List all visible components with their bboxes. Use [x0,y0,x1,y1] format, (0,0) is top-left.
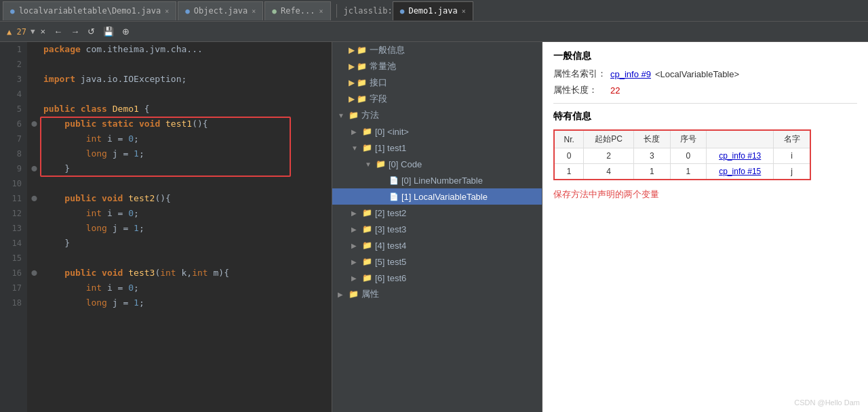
lv-table: Nr. 起始PC 长度 序号 名字 0 2 3 0 cp_info #13 i [553,129,811,180]
arrow-code: ▼ [365,161,373,168]
tree-label-localvariable: [1] LocalVariableTable [401,192,488,202]
tree-label-iface: 接口 [370,77,387,89]
info-panel: 一般信息 属性名索引： cp_info #9 <LocalVariableTab… [542,42,868,412]
folder-icon-general: ▶ 📁 [349,45,367,55]
folder-icon-test6: 📁 [362,273,372,283]
line-num-6: 6 [0,117,22,131]
tree-item-code[interactable]: ▼ 📁 [0] Code [332,156,542,172]
td-nr-0: 0 [554,148,584,164]
tree-label-linenumber: [0] LineNumberTable [401,176,483,186]
table-row-0: 0 2 3 0 cp_info #13 i [554,148,810,164]
tab-refe-close[interactable]: × [319,7,323,15]
tab-jclasslib-demo1[interactable]: ● Demo1.java × [393,1,473,20]
tab-object-java[interactable]: ● Object.java × [178,1,263,20]
toolbar-refresh-btn[interactable]: ↺ [85,25,98,38]
code-line-15 [43,251,332,266]
line-num-13: 13 [0,221,22,236]
arrow-methods: ▼ [338,112,346,119]
folder-icon-const: ▶ 📁 [349,62,367,71]
tree-item-attributes[interactable]: ▶ 📁 属性 [332,286,542,302]
tab-refe[interactable]: ● Refe... × [264,1,330,20]
code-line-14: } [43,236,332,251]
toolbar-zoom-btn[interactable]: ⊕ [119,25,132,38]
tree-item-constant-pool[interactable]: ▶ 📁 常量池 [332,58,542,75]
tree-item-methods[interactable]: ▼ 📁 方法 [332,107,542,123]
tree-item-test5[interactable]: ▶ 📁 [5] test5 [332,253,542,270]
code-line-1: package com.itheima.jvm.cha... [43,42,332,57]
tree-item-test3[interactable]: ▶ 📁 [3] test3 [332,221,542,237]
tree-label-test5: [5] test5 [375,257,406,267]
toolbar-close-btn[interactable]: × [38,25,49,38]
code-line-4 [43,87,332,102]
td-length-0: 3 [633,148,670,164]
tree-label-test1: [1] test1 [375,143,406,153]
attr-name-value[interactable]: cp_info #9 [610,69,651,79]
gutter-8 [27,146,41,161]
tree-item-interface[interactable]: ▶ 📁 接口 [332,75,542,91]
line-num-12: 12 [0,206,22,221]
line-num-9: 9 [0,161,22,176]
tree-item-test4[interactable]: ▶ 📁 [4] test4 [332,237,542,253]
gutter-3 [27,72,41,87]
warning-count: ▲ 27 [7,27,26,37]
line-num-11: 11 [0,191,22,206]
td-link-0[interactable]: cp_info #13 [707,148,774,164]
tree-item-field[interactable]: ▶ 📁 字段 [332,91,542,107]
line-num-18: 18 [0,295,22,310]
tab-bar: ● localvariabletable\Demo1.java × ● Obje… [0,0,868,22]
gutter-11: ⬤ [27,191,41,206]
attr-name-label: 属性名索引： [553,68,608,80]
th-length: 长度 [633,130,670,148]
annotation-text: 保存方法中声明的两个变量 [553,188,857,201]
toolbar-save-btn[interactable]: 💾 [100,25,117,38]
ref-icon: ● [272,7,277,16]
info-divider [553,103,857,104]
tree-item-general-info[interactable]: ▶ 📁 一般信息 [332,42,542,58]
toolbar-back-btn[interactable]: ← [51,25,65,38]
gutter-4 [27,87,41,102]
code-line-18: long j = 1; [43,295,332,310]
gutter-13 [27,221,41,236]
tab-demo1-java[interactable]: ● localvariabletable\Demo1.java × [3,1,176,20]
jclasslib-label: jclasslib: [344,6,393,16]
arrow-const [338,63,346,70]
tree-item-test6[interactable]: ▶ 📁 [6] test6 [332,270,542,286]
tab-demo1-close[interactable]: × [165,7,169,15]
tree-item-test2[interactable]: ▶ 📁 [2] test2 [332,205,542,221]
arrow-general [338,47,346,54]
arrow-test3: ▶ [351,226,359,233]
folder-icon-test4: 📁 [362,241,372,250]
gutter-9: ⬤ [27,161,41,176]
arrow-attributes: ▶ [338,291,346,298]
line-num-16: 16 [0,266,22,281]
arrow-field [338,96,346,103]
tree-item-init[interactable]: ▶ 📁 [0] <init> [332,123,542,140]
tab-object-close[interactable]: × [252,7,256,15]
attr-length-row: 属性长度： 22 [553,84,857,96]
gutter-10 [27,176,41,191]
td-name-1: j [774,164,810,180]
code-line-9: } [43,161,332,176]
folder-icon-code: 📁 [376,159,386,169]
tree-item-test1[interactable]: ▼ 📁 [1] test1 [332,140,542,156]
arrow-test6: ▶ [351,274,359,282]
line-num-10: 10 [0,176,22,191]
gutter-1 [27,42,41,57]
td-start-pc-1: 4 [584,164,634,180]
tree-item-localvariable[interactable]: 📄 [1] LocalVariableTable [332,188,542,205]
td-index-1: 1 [670,164,707,180]
td-length-1: 1 [633,164,670,180]
toolbar-arrow-down[interactable]: ▼ [31,27,35,36]
tree-item-linenumber[interactable]: 📄 [0] LineNumberTable [332,172,542,188]
file-icon-linenumber: 📄 [389,176,399,185]
line-num-5: 5 [0,102,22,117]
toolbar-forward-btn[interactable]: → [68,25,82,38]
tree-label-test6: [6] test6 [375,273,406,283]
tree-label-test4: [4] test4 [375,241,406,251]
gutter-16: ⬤ [27,266,41,281]
td-link-1[interactable]: cp_info #15 [707,164,774,180]
tab-jclasslib-close[interactable]: × [462,7,466,15]
gutter-6: ⬤ [27,117,41,131]
code-line-6: public static void test1(){ [43,117,332,131]
line-num-1: 1 [0,42,22,57]
